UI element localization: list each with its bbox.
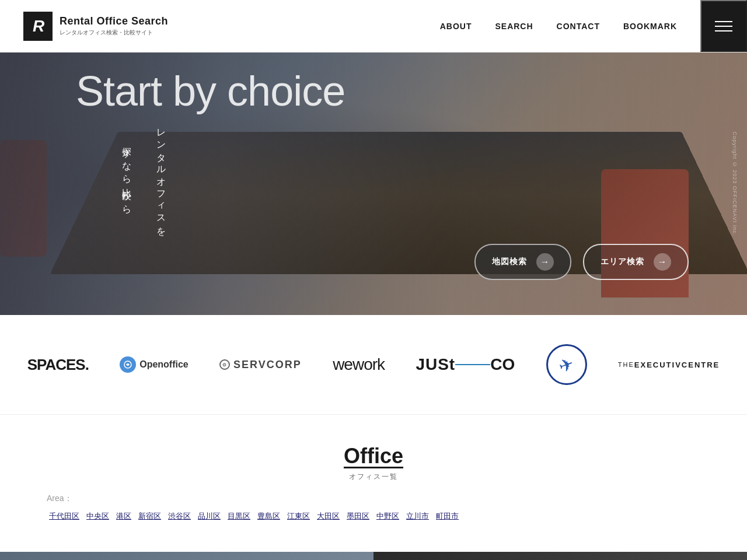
thumbnail-row — [0, 552, 747, 560]
area-tag[interactable]: 港区 — [114, 510, 134, 523]
area-tag[interactable]: 中野区 — [374, 510, 402, 523]
logo-text: Rental Office Search レンタルオフィス検索・比較サイト — [60, 15, 168, 37]
site-title: Rental Office Search — [60, 15, 168, 27]
map-search-arrow-icon: → — [536, 253, 554, 271]
brands-section: SPACES. Openoffice ⊙ SERVCORP wework JUS… — [0, 315, 747, 415]
justco-co: CO — [490, 356, 515, 373]
hero-section: Start by choice 探すなら比較から レンタルオフィスを 地図検索 … — [0, 52, 747, 315]
area-tag[interactable]: 品川区 — [196, 510, 223, 523]
map-search-button[interactable]: 地図検索 → — [474, 244, 571, 280]
area-tag[interactable]: 新宿区 — [136, 510, 163, 523]
thumbnail-1[interactable] — [0, 552, 374, 560]
hamburger-line-3 — [715, 30, 732, 32]
executive-centre: CENTRE — [682, 360, 720, 369]
area-tag[interactable]: 墨田区 — [344, 510, 372, 523]
hero-jp-text-2: レンタルオフィスを — [152, 123, 170, 233]
area-tag[interactable]: 町田市 — [434, 510, 461, 523]
office-section-header: Office オフィス一覧 — [47, 444, 700, 482]
map-search-label: 地図検索 — [492, 257, 527, 267]
wework-logo: wework — [333, 355, 385, 374]
site-header: R Rental Office Search レンタルオフィス検索・比較サイト … — [0, 0, 747, 52]
brand-justco[interactable]: JUSt CO — [407, 351, 523, 379]
area-label: Area： — [47, 494, 700, 504]
office-subtitle: オフィス一覧 — [47, 472, 700, 482]
area-tag[interactable]: 豊島区 — [255, 510, 282, 523]
hamburger-line-2 — [715, 26, 732, 27]
servcorp-label: SERVCORP — [233, 359, 302, 371]
servcorp-icon: ⊙ — [219, 359, 230, 370]
area-tag[interactable]: 千代田区 — [47, 510, 82, 523]
hero-copyright: Copyright © 2023 OFFICENAVI Inc. — [732, 132, 738, 236]
hero-content: Start by choice 探すなら比較から レンタルオフィスを 地図検索 … — [0, 52, 747, 315]
justco-line — [455, 364, 490, 365]
brand-spaces[interactable]: SPACES. — [19, 350, 97, 380]
area-tag[interactable]: 江東区 — [285, 510, 312, 523]
logo-area[interactable]: R Rental Office Search レンタルオフィス検索・比較サイト — [23, 12, 168, 41]
hero-title: Start by choice — [76, 70, 345, 112]
navigation: ABOUT SEARCH CONTACT BOOKMARK — [417, 0, 747, 52]
openoffice-label: Openoffice — [139, 359, 189, 370]
office-title: Office — [47, 444, 700, 468]
executive-name: EXECUTIV — [634, 360, 682, 369]
office-section: Office オフィス一覧 Area： 千代田区中央区港区新宿区渋谷区品川区目黒… — [0, 415, 747, 540]
nav-about[interactable]: ABOUT — [440, 22, 472, 31]
brand-openoffice[interactable]: Openoffice — [111, 351, 197, 379]
airport-logo-circle: ✈ — [546, 344, 587, 385]
brand-executive-centre[interactable]: THE EXECUTIV CENTRE — [609, 355, 728, 375]
hero-buttons: 地図検索 → エリア検索 → — [474, 244, 689, 280]
airplane-icon: ✈ — [556, 352, 577, 376]
justco-just: JUSt — [416, 356, 455, 373]
hamburger-button[interactable] — [700, 0, 747, 52]
logo-icon: R — [23, 12, 53, 41]
hamburger-line-1 — [715, 21, 732, 22]
executive-the: THE — [618, 361, 634, 368]
area-tags: 千代田区中央区港区新宿区渋谷区品川区目黒区豊島区江東区大田区墨田区中野区立川市町… — [47, 510, 700, 523]
area-tag[interactable]: 立川市 — [404, 510, 431, 523]
area-tag[interactable]: 中央区 — [84, 510, 111, 523]
nav-contact[interactable]: CONTACT — [557, 22, 600, 31]
brand-wework[interactable]: wework — [324, 349, 393, 380]
area-search-label: エリア検索 — [601, 257, 644, 267]
area-search-button[interactable]: エリア検索 → — [583, 244, 689, 280]
brand-business-airport[interactable]: ✈ — [537, 338, 596, 391]
thumbnail-2[interactable] — [374, 552, 747, 560]
nav-search[interactable]: SEARCH — [495, 22, 533, 31]
openoffice-icon — [120, 356, 136, 373]
brand-servcorp[interactable]: ⊙ SERVCORP — [211, 353, 310, 377]
hero-jp-text-1: 探すなら比較から — [117, 140, 137, 211]
site-subtitle: レンタルオフィス検索・比較サイト — [60, 29, 168, 37]
spaces-logo: SPACES. — [27, 356, 89, 374]
nav-links: ABOUT SEARCH CONTACT BOOKMARK — [417, 0, 700, 52]
area-tag[interactable]: 大田区 — [315, 510, 342, 523]
area-search-arrow-icon: → — [654, 253, 671, 271]
area-tag[interactable]: 目黒区 — [225, 510, 253, 523]
area-tag[interactable]: 渋谷区 — [166, 510, 193, 523]
nav-bookmark[interactable]: BOOKMARK — [623, 22, 677, 31]
